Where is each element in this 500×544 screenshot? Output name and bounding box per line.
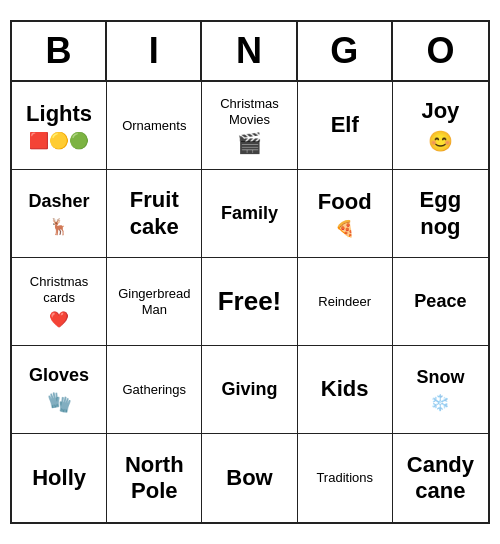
bingo-cell: Bow	[202, 434, 297, 522]
cell-emoji: ❄️	[430, 393, 450, 412]
cell-text: Egg nog	[420, 187, 462, 240]
bingo-cell: Traditions	[298, 434, 393, 522]
bingo-cell: Gingerbread Man	[107, 258, 202, 346]
cell-text: Bow	[226, 465, 272, 491]
cell-text: Gingerbread Man	[118, 286, 190, 317]
bingo-cell: Joy😊	[393, 82, 488, 170]
cell-emoji: 🟥🟡🟢	[29, 131, 89, 150]
bingo-cell: Gatherings	[107, 346, 202, 434]
cell-text: Giving	[221, 379, 277, 401]
cell-text: Candy cane	[407, 452, 474, 505]
cell-text: Elf	[331, 112, 359, 138]
cell-text: Dasher	[29, 191, 90, 213]
bingo-cell: Family	[202, 170, 297, 258]
cell-emoji: 🧤	[47, 390, 72, 414]
cell-text: Holly	[32, 465, 86, 491]
bingo-cell: Free!	[202, 258, 297, 346]
cell-text: Ornaments	[122, 118, 186, 134]
bingo-header: BINGO	[12, 22, 488, 82]
cell-text: Peace	[414, 291, 466, 313]
bingo-cell: Candy cane	[393, 434, 488, 522]
bingo-cell: Elf	[298, 82, 393, 170]
bingo-cell: Christmas cards❤️	[12, 258, 107, 346]
bingo-cell: Christmas Movies🎬	[202, 82, 297, 170]
cell-text: Kids	[321, 376, 369, 402]
bingo-grid: Lights🟥🟡🟢OrnamentsChristmas Movies🎬ElfJo…	[12, 82, 488, 522]
bingo-cell: Fruit cake	[107, 170, 202, 258]
cell-emoji: 🍕	[335, 219, 355, 238]
cell-text: Reindeer	[318, 294, 371, 310]
bingo-cell: Giving	[202, 346, 297, 434]
cell-text: Christmas Movies	[220, 96, 279, 127]
cell-emoji: ❤️	[49, 310, 69, 329]
header-letter: G	[298, 22, 393, 80]
cell-emoji: 😊	[428, 129, 453, 153]
bingo-cell: North Pole	[107, 434, 202, 522]
header-letter: O	[393, 22, 488, 80]
header-letter: I	[107, 22, 202, 80]
cell-emoji: 🎬	[237, 131, 262, 155]
bingo-cell: Ornaments	[107, 82, 202, 170]
bingo-cell: Holly	[12, 434, 107, 522]
cell-text: Traditions	[316, 470, 373, 486]
bingo-cell: Reindeer	[298, 258, 393, 346]
cell-text: Gatherings	[122, 382, 186, 398]
cell-text: North Pole	[125, 452, 184, 505]
bingo-cell: Gloves🧤	[12, 346, 107, 434]
cell-text: Family	[221, 203, 278, 225]
header-letter: B	[12, 22, 107, 80]
header-letter: N	[202, 22, 297, 80]
cell-text: Joy	[421, 98, 459, 124]
bingo-cell: Egg nog	[393, 170, 488, 258]
cell-text: Snow	[416, 367, 464, 389]
bingo-cell: Lights🟥🟡🟢	[12, 82, 107, 170]
bingo-cell: Kids	[298, 346, 393, 434]
cell-emoji: 🦌	[49, 217, 69, 236]
bingo-cell: Dasher🦌	[12, 170, 107, 258]
cell-text: Food	[318, 189, 372, 215]
bingo-cell: Food🍕	[298, 170, 393, 258]
bingo-card: BINGO Lights🟥🟡🟢OrnamentsChristmas Movies…	[10, 20, 490, 524]
cell-text: Free!	[218, 286, 282, 317]
cell-text: Gloves	[29, 365, 89, 387]
cell-text: Lights	[26, 101, 92, 127]
bingo-cell: Peace	[393, 258, 488, 346]
cell-text: Christmas cards	[30, 274, 89, 305]
cell-text: Fruit cake	[130, 187, 179, 240]
bingo-cell: Snow❄️	[393, 346, 488, 434]
